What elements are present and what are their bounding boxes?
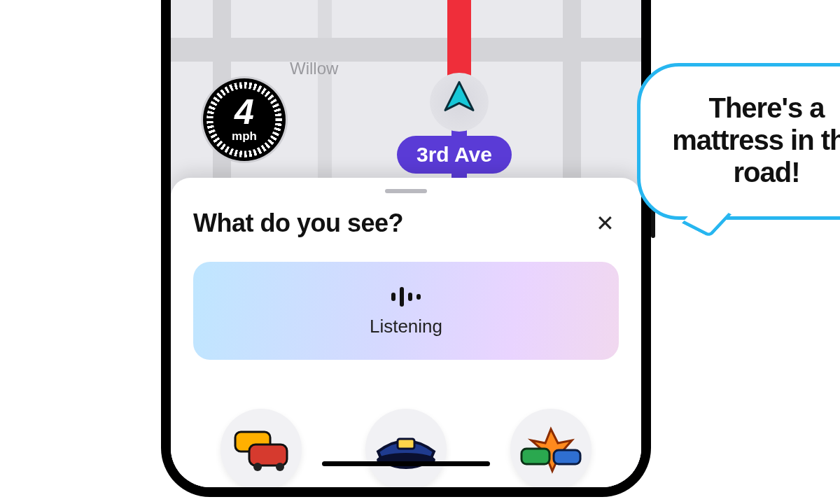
svg-rect-1 [249, 444, 287, 465]
sound-wave-icon [391, 285, 421, 309]
svg-rect-5 [398, 439, 414, 449]
sheet-title: What do you see? [193, 209, 403, 238]
report-sheet: What do you see? ✕ Listening [171, 178, 641, 487]
svg-rect-7 [522, 449, 550, 464]
close-icon: ✕ [596, 210, 615, 237]
navigation-arrow-icon [441, 79, 477, 115]
traffic-icon [231, 426, 291, 472]
speed-unit: mph [232, 130, 257, 144]
voice-listen-button[interactable]: Listening [193, 262, 619, 360]
sheet-grabber[interactable] [385, 189, 427, 193]
close-button[interactable]: ✕ [591, 209, 619, 237]
report-crash-button[interactable] [510, 409, 592, 487]
current-street-pill[interactable]: 3rd Ave [397, 136, 512, 174]
speech-bubble: There's a mattress in the road! [637, 63, 840, 220]
speech-text: There's a mattress in the road! [672, 92, 840, 188]
police-icon [372, 425, 440, 474]
home-indicator[interactable] [322, 461, 490, 466]
speed-value: 4 [234, 97, 254, 128]
user-location-puck [430, 73, 489, 132]
report-type-row [171, 409, 641, 487]
svg-rect-8 [554, 450, 580, 464]
phone-screen: Willow 3rd Ave 4 mph What do you see? ✕ [171, 0, 641, 487]
speedometer: 4 mph [203, 78, 286, 161]
svg-point-2 [253, 463, 262, 471]
report-police-button[interactable] [365, 409, 447, 487]
listen-label: Listening [370, 316, 442, 337]
report-traffic-button[interactable] [220, 409, 302, 487]
phone-frame: Willow 3rd Ave 4 mph What do you see? ✕ [161, 0, 651, 497]
crash-icon [517, 425, 584, 474]
svg-point-3 [276, 463, 284, 471]
street-label-willow: Willow [290, 59, 338, 78]
